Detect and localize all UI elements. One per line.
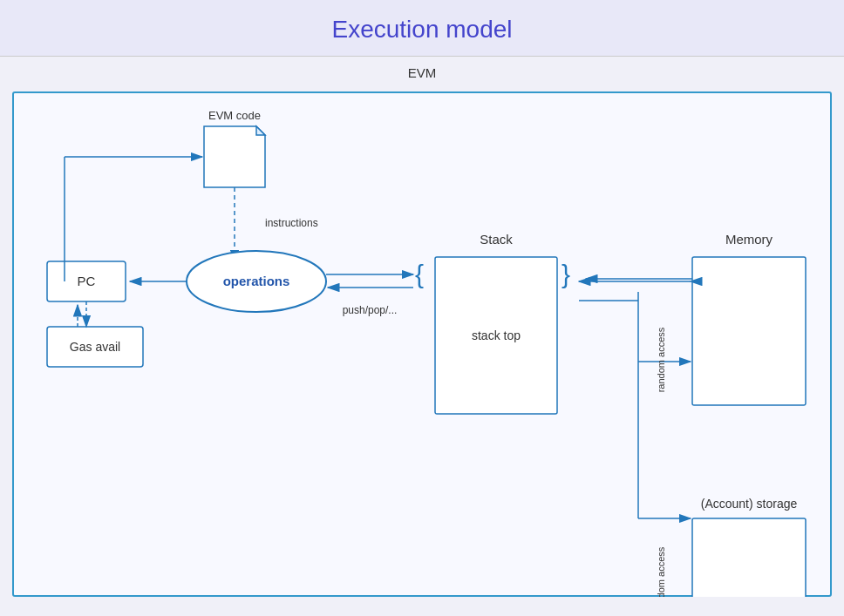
account-storage-title: (Account) storage	[701, 497, 798, 511]
stack-top-label: stack top	[472, 328, 521, 342]
random-access-2: random access	[656, 546, 666, 597]
pc-label: PC	[78, 274, 96, 288]
push-pop-label: push/pop/...	[343, 304, 398, 316]
svg-rect-22	[692, 518, 806, 597]
stack-title: Stack	[480, 232, 513, 247]
right-brace: }	[562, 260, 570, 288]
instructions-label: instructions	[265, 217, 318, 229]
evm-code-label: EVM code	[208, 109, 261, 122]
evm-label: EVM	[3, 65, 841, 80]
diagram-svg: EVM code instructions operations PC Gas …	[12, 91, 832, 597]
svg-marker-4	[256, 126, 265, 135]
left-brace: {	[415, 260, 424, 288]
page-title: Execution model	[0, 16, 844, 44]
gas-avail-label: Gas avail	[70, 340, 120, 354]
svg-rect-17	[692, 257, 806, 405]
page-header: Execution model	[0, 0, 844, 57]
random-access-1: random access	[656, 327, 666, 392]
operations-label: operations	[223, 274, 290, 288]
memory-title: Memory	[725, 232, 773, 247]
main-container: EVM EVM code instructions operations PC	[3, 65, 841, 606]
